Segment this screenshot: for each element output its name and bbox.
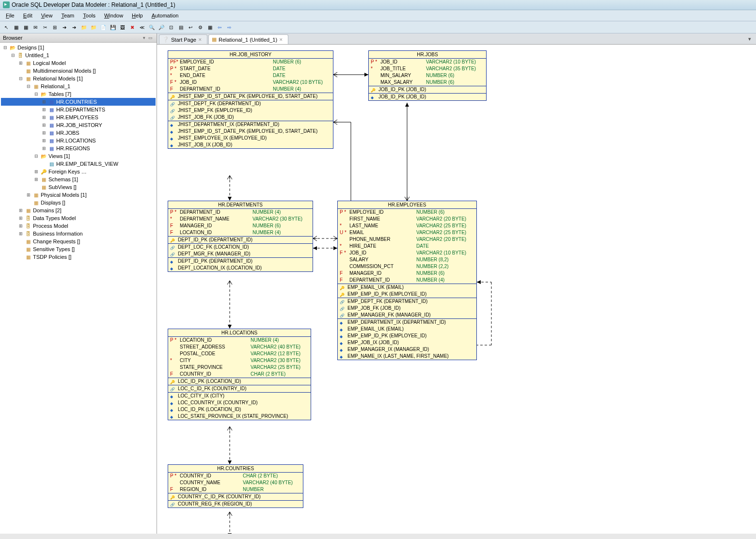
erd-key[interactable]: ◆LOC_CITY_IX (CITY) — [168, 393, 311, 399]
tree-node[interactable]: ⊟📂Designs [1] — [1, 44, 156, 51]
tree-toggle-icon[interactable]: ⊟ — [18, 76, 23, 81]
erd-column[interactable]: F *JOB_IDVARCHAR2 (10 BYTE) — [168, 79, 333, 86]
tree-toggle-icon[interactable]: ⊞ — [18, 208, 23, 213]
erd-column[interactable]: POSTAL_CODEVARCHAR2 (12 BYTE) — [168, 350, 311, 357]
img-icon[interactable]: 🖼 — [118, 23, 127, 32]
menu-help[interactable]: Help — [128, 11, 147, 20]
panel-close-icon[interactable]: ▭ — [147, 35, 154, 40]
erd-key[interactable]: ◆EMP_EMAIL_UK (EMAIL) — [338, 326, 476, 333]
wrap-icon[interactable]: ↩ — [186, 23, 195, 32]
erd-column[interactable]: FMANAGER_IDNUMBER (6) — [168, 222, 313, 229]
grid-icon[interactable]: ▦ — [12, 23, 20, 32]
erd-key[interactable]: 🔑JHIST_EMP_ID_ST_DATE_PK (EMPLOYEE_ID, S… — [168, 93, 333, 100]
tree-node[interactable]: ⊞▦HR.LOCATIONS — [1, 137, 156, 144]
tab-dropdown-icon[interactable]: ▾ — [745, 34, 754, 44]
browser-tree[interactable]: ⊟📂Designs [1]⊟🗄Untitled_1⊞▦Logical Model… — [0, 43, 157, 534]
erd-column[interactable]: COUNTRY_NAMEVARCHAR2 (40 BYTE) — [168, 479, 303, 486]
tree-toggle-icon[interactable]: ⊞ — [18, 216, 23, 221]
tree-node[interactable]: ⊞▦Schemas [1] — [1, 175, 156, 183]
erd-table[interactable]: HR.EMPLOYEESP *EMPLOYEE_IDNUMBER (6)FIRS… — [337, 201, 477, 360]
tree-toggle-icon[interactable]: ⊞ — [42, 123, 47, 127]
x-red-icon[interactable]: ✖ — [128, 23, 137, 32]
erd-column[interactable]: FCOUNTRY_IDCHAR (2 BYTE) — [168, 371, 311, 378]
erd-column[interactable]: PF*EMPLOYEE_IDNUMBER (6) — [168, 59, 333, 65]
erd-key[interactable]: 🔑COUNTRY_C_ID_PK (COUNTRY_ID) — [168, 493, 303, 500]
cut-icon[interactable]: ✂ — [41, 23, 49, 32]
tree-node[interactable]: ⊞🔑Foreign Keys … — [1, 168, 156, 175]
erd-key[interactable]: ◆JHIST_JOB_IX (JOB_ID) — [168, 142, 333, 148]
erd-key[interactable]: 🔗DEPT_LOC_FK (LOCATION_ID) — [168, 244, 313, 251]
erd-key[interactable]: 🔗JHIST_DEPT_FK (DEPARTMENT_ID) — [168, 100, 333, 107]
erd-column[interactable]: P *LOCATION_IDNUMBER (4) — [168, 337, 311, 344]
close-icon[interactable]: ✕ — [198, 37, 202, 42]
tree-icon[interactable]: ⊞ — [50, 23, 59, 32]
erd-column[interactable]: FREGION_IDNUMBER — [168, 486, 303, 493]
erd-column[interactable]: *CITYVARCHAR2 (30 BYTE) — [168, 357, 311, 364]
erd-table[interactable]: HR.COUNTRIESP *COUNTRY_IDCHAR (2 BYTE)CO… — [168, 464, 303, 508]
tree-node[interactable]: ▦Change Requests [] — [1, 238, 156, 245]
erd-key[interactable]: ◆EMP_DEPARTMENT_IX (DEPARTMENT_ID) — [338, 319, 476, 326]
erd-key[interactable]: 🔗DEPT_MGR_FK (MANAGER_ID) — [168, 251, 313, 257]
tree-node[interactable]: ⊞▦Domains [2] — [1, 206, 156, 214]
erd-key[interactable]: ◆EMP_JOB_IX (JOB_ID) — [338, 339, 476, 346]
tree-toggle-icon[interactable]: ⊞ — [42, 99, 47, 104]
tree-toggle-icon[interactable]: ⊞ — [42, 107, 47, 112]
diagram-canvas[interactable]: HR.JOB_HISTORYPF*EMPLOYEE_IDNUMBER (6)P … — [157, 45, 756, 534]
tree-node[interactable]: ⊞▦HR.JOB_HISTORY — [1, 121, 156, 129]
erd-column[interactable]: *LAST_NAMEVARCHAR2 (25 BYTE) — [338, 222, 476, 229]
tree-node[interactable]: ▦Sensitive Types [] — [1, 245, 156, 253]
chev-l-icon[interactable]: ≪ — [138, 23, 146, 32]
erd-key[interactable]: ◆DEPT_LOCATION_IX (LOCATION_ID) — [168, 265, 313, 271]
cursor-icon[interactable]: ↖ — [2, 23, 11, 32]
erd-key[interactable]: 🔑EMP_EMAIL_UK (EMAIL) — [338, 284, 476, 291]
tree-toggle-icon[interactable]: ⊞ — [42, 130, 47, 135]
erd-column[interactable]: *JOB_TITLEVARCHAR2 (35 BYTE) — [369, 65, 486, 72]
env-icon[interactable]: ✉ — [31, 23, 40, 32]
menu-automation[interactable]: Automation — [148, 11, 183, 20]
erd-table[interactable]: HR.JOBSP *JOB_IDVARCHAR2 (10 BYTE) *JOB_… — [368, 50, 487, 101]
tree-node[interactable]: ▦Multidimensional Models [] — [1, 67, 156, 75]
tree-node[interactable]: ⊟▦Relational_1 — [1, 82, 156, 90]
menu-tools[interactable]: Tools — [79, 11, 99, 20]
tree-toggle-icon[interactable]: ⊞ — [18, 223, 23, 228]
layout-icon[interactable]: ▤ — [176, 23, 185, 32]
menu-view[interactable]: View — [37, 11, 57, 20]
erd-column[interactable]: P *JOB_IDVARCHAR2 (10 BYTE) — [369, 59, 486, 65]
fit-icon[interactable]: ⊡ — [167, 23, 175, 32]
erd-column[interactable]: COMMISSION_PCTNUMBER (2,2) — [338, 263, 476, 270]
tree-node[interactable]: ⊞▦HR.JOBS — [1, 129, 156, 137]
tree-toggle-icon[interactable]: ⊟ — [3, 45, 8, 50]
tree-node[interactable]: ⊟📂Tables [7] — [1, 90, 156, 98]
erd-column[interactable]: PHONE_NUMBERVARCHAR2 (20 BYTE) — [338, 236, 476, 243]
erd-key[interactable]: 🔗COUNTR_REG_FK (REGION_ID) — [168, 501, 303, 507]
erd-key[interactable]: 🔑DEPT_ID_PK (DEPARTMENT_ID) — [168, 237, 313, 243]
erd-table[interactable]: HR.JOB_HISTORYPF*EMPLOYEE_IDNUMBER (6)P … — [168, 50, 333, 149]
save-icon[interactable]: 💾 — [109, 23, 117, 32]
erd-column[interactable]: P *DEPARTMENT_IDNUMBER (4) — [168, 209, 313, 216]
erd-column[interactable]: *HIRE_DATEDATE — [338, 243, 476, 250]
folder-icon[interactable]: 📁 — [79, 23, 88, 32]
tree-node[interactable]: ▤HR.EMP_DETAILS_VIEW — [1, 160, 156, 168]
erd-key[interactable]: ◆JOB_ID_PK (JOB_ID) — [369, 94, 486, 100]
tree-node[interactable]: ▦TSDP Policies [] — [1, 253, 156, 261]
grid2-icon[interactable]: ▦ — [21, 23, 30, 32]
menu-file[interactable]: File — [2, 11, 18, 20]
erd-column[interactable]: MAX_SALARYNUMBER (6) — [369, 79, 486, 86]
erd-column[interactable]: P *START_DATEDATE — [168, 65, 333, 72]
close-icon[interactable]: ✕ — [279, 37, 283, 42]
erd-key[interactable]: 🔗JHIST_JOB_FK (JOB_ID) — [168, 114, 333, 121]
erd-key[interactable]: ◆EMP_EMP_ID_PK (EMPLOYEE_ID) — [338, 333, 476, 339]
tree-node[interactable]: ⊞🗄Business Information — [1, 230, 156, 238]
erd-column[interactable]: STREET_ADDRESSVARCHAR2 (40 BYTE) — [168, 344, 311, 350]
erd-column[interactable]: FIRST_NAMEVARCHAR2 (20 BYTE) — [338, 216, 476, 222]
tree-toggle-icon[interactable]: ⊞ — [42, 146, 47, 151]
erd-key[interactable]: ◆JHIST_EMP_ID_ST_DATE_PK (EMPLOYEE_ID, S… — [168, 128, 333, 135]
erd-key[interactable]: ◆EMP_NAME_IX (LAST_NAME, FIRST_NAME) — [338, 353, 476, 360]
erd-table[interactable]: HR.DEPARTMENTSP *DEPARTMENT_IDNUMBER (4)… — [168, 201, 313, 272]
erd-key[interactable]: 🔑LOC_ID_PK (LOCATION_ID) — [168, 378, 311, 385]
erd-key[interactable]: 🔗EMP_MANAGER_FK (MANAGER_ID) — [338, 312, 476, 318]
panel-minimize-icon[interactable]: ▾ — [142, 35, 146, 40]
erd-column[interactable]: F *JOB_IDVARCHAR2 (10 BYTE) — [338, 250, 476, 256]
erd-column[interactable]: FDEPARTMENT_IDNUMBER (4) — [338, 277, 476, 284]
erd-column[interactable]: FDEPARTMENT_IDNUMBER (4) — [168, 86, 333, 93]
